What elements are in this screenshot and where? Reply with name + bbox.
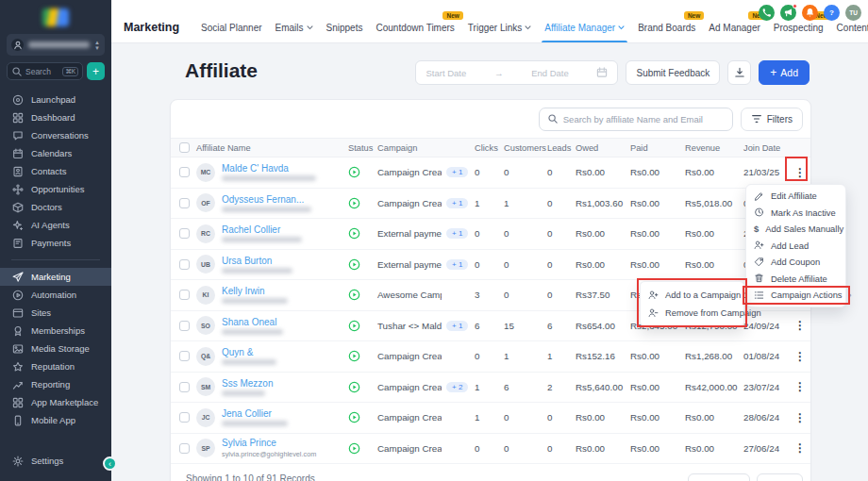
- sidebar-item-calendars[interactable]: Calendars: [0, 144, 111, 162]
- row-checkbox[interactable]: [179, 412, 190, 423]
- affiliate-name-link[interactable]: Ursa Burton: [222, 256, 292, 266]
- tab-prospecting[interactable]: ProspectingNew: [774, 23, 824, 42]
- date-range-picker[interactable]: Start Date → End Date: [415, 60, 618, 85]
- sidebar-item-opportunities[interactable]: Opportunities: [0, 180, 111, 198]
- row-checkbox[interactable]: [179, 228, 190, 239]
- menu-item-label: Add Sales Manually: [765, 224, 843, 234]
- quick-add-button[interactable]: +: [87, 62, 105, 80]
- affiliate-name-link[interactable]: Rachel Collier: [222, 224, 302, 235]
- tab-countdown-timers[interactable]: Countdown TimersNew: [376, 23, 454, 42]
- row-checkbox-cell: [171, 412, 196, 423]
- row-checkbox[interactable]: [179, 443, 190, 454]
- leads-cell: 0: [547, 228, 576, 239]
- customers-cell: 15: [504, 321, 547, 331]
- menu-item-mark-as-inactive[interactable]: Mark As Inactive: [746, 205, 845, 222]
- row-actions-button[interactable]: ⋮: [790, 318, 810, 333]
- sidebar-item-conversations[interactable]: Conversations: [0, 126, 111, 144]
- owed-cell: Rs0.00: [576, 412, 630, 423]
- row-actions-button[interactable]: ⋮: [790, 379, 810, 394]
- sidebar-item-payments[interactable]: Payments: [0, 234, 111, 252]
- row-actions-button[interactable]: ⋮: [790, 165, 810, 180]
- sidebar-item-settings[interactable]: Settings: [0, 452, 111, 470]
- sidebar-item-media-storage[interactable]: Media Storage: [0, 340, 111, 357]
- menu-item-campaign-actions[interactable]: Campaign Actions›: [746, 287, 845, 304]
- sidebar-item-memberships[interactable]: Memberships: [0, 322, 111, 340]
- menu-item-add-coupon[interactable]: Add Coupon: [746, 254, 845, 271]
- row-actions-button[interactable]: ⋮: [790, 349, 810, 364]
- tab-social-planner[interactable]: Social Planner: [201, 23, 261, 42]
- sidebar-divider: [11, 259, 100, 260]
- sidebar-item-automation[interactable]: Automation: [0, 286, 111, 304]
- row-checkbox[interactable]: [179, 259, 190, 270]
- affiliate-cell: SMSss Mezzon: [196, 377, 345, 396]
- affiliate-name-link[interactable]: Sylvia Prince: [222, 438, 316, 448]
- filters-button[interactable]: Filters: [741, 108, 803, 131]
- sidebar-search[interactable]: ⌘K: [7, 62, 83, 80]
- submenu-item-remove-from-campaign[interactable]: Remove from Campaign: [641, 304, 743, 322]
- row-checkbox[interactable]: [179, 198, 190, 208]
- user-avatar[interactable]: TU: [845, 5, 861, 21]
- submit-feedback-button[interactable]: Submit Feedback: [626, 60, 720, 85]
- row-checkbox[interactable]: [179, 290, 190, 300]
- tab-emails[interactable]: Emails: [275, 23, 313, 42]
- revenue-cell: Rs1,268.00: [685, 351, 743, 361]
- menu-item-delete-affiliate[interactable]: Delete Affiliate: [746, 271, 845, 288]
- sidebar-item-launchpad[interactable]: Launchpad: [0, 91, 111, 108]
- menu-item-add-sales-manually[interactable]: $Add Sales Manually: [746, 221, 845, 238]
- affiliate-name-link[interactable]: Odysseus Fernan...: [222, 194, 311, 205]
- affiliate-name-link[interactable]: Jena Collier: [222, 408, 288, 419]
- row-checkbox[interactable]: [179, 321, 190, 331]
- affiliate-name-link[interactable]: Malde C' Havda: [222, 163, 316, 174]
- menu-item-edit-affiliate[interactable]: Edit Affiliate: [746, 188, 845, 205]
- previous-page-button[interactable]: Previous: [688, 473, 751, 481]
- affiliate-name-link[interactable]: Quyn &: [222, 347, 276, 357]
- tab-label: Countdown Timers: [376, 23, 454, 33]
- sidebar-search-input[interactable]: [25, 67, 59, 76]
- megaphone-icon[interactable]: [780, 5, 796, 21]
- select-all-checkbox[interactable]: [179, 142, 190, 153]
- next-page-button[interactable]: Next: [757, 473, 803, 481]
- campaign-count-badge: + 1: [446, 198, 468, 208]
- row-checkbox[interactable]: [179, 351, 190, 361]
- affiliate-search-input[interactable]: [563, 114, 725, 124]
- add-affiliate-button[interactable]: +Add: [759, 60, 810, 85]
- sidebar-item-label: Payments: [31, 238, 71, 248]
- row-actions-button[interactable]: ⋮: [790, 410, 810, 425]
- row-checkbox[interactable]: [179, 382, 190, 392]
- tab-content-ai[interactable]: Content AI: [837, 23, 868, 42]
- column-header-affiliate-name: Affiliate Name: [196, 143, 345, 153]
- campaign-count-badge: + 2: [446, 382, 468, 392]
- sidebar-item-dashboard[interactable]: Dashboard: [0, 108, 111, 126]
- export-button[interactable]: [727, 60, 751, 85]
- sidebar-item-doctors[interactable]: Doctors: [0, 198, 111, 216]
- sidebar-item-reputation[interactable]: Reputation: [0, 357, 111, 375]
- affiliate-name-link[interactable]: Sss Mezzon: [222, 378, 273, 389]
- bell-icon[interactable]: [802, 5, 818, 21]
- account-switcher[interactable]: ▲▼: [7, 34, 105, 56]
- memberships-icon: [12, 325, 24, 337]
- sidebar-item-app-marketplace[interactable]: App Marketplace: [0, 393, 111, 411]
- menu-item-add-lead[interactable]: Add Lead: [746, 238, 845, 255]
- tab-ad-manager[interactable]: Ad ManagerNew: [709, 23, 760, 42]
- tab-affiliate-manager[interactable]: Affiliate Manager: [544, 23, 625, 42]
- sidebar-item-ai-agents[interactable]: AI Agents: [0, 216, 111, 234]
- sidebar-item-contacts[interactable]: Contacts: [0, 162, 111, 180]
- sidebar-item-sites[interactable]: Sites: [0, 304, 111, 322]
- tab-trigger-links[interactable]: Trigger Links: [468, 23, 531, 42]
- sidebar-item-reporting[interactable]: Reporting: [0, 375, 111, 393]
- sidebar-item-mobile-app[interactable]: Mobile App: [0, 411, 111, 429]
- affiliate-name-link[interactable]: Shana Oneal: [222, 317, 283, 327]
- sidebar-item-marketing[interactable]: Marketing: [0, 268, 111, 286]
- submenu-item-add-to-a-campaign[interactable]: Add to a Campaign: [641, 286, 743, 304]
- phone-icon[interactable]: [759, 5, 775, 21]
- help-icon[interactable]: ?: [824, 5, 840, 21]
- tab-snippets[interactable]: Snippets: [326, 23, 363, 42]
- affiliate-search[interactable]: [539, 108, 733, 131]
- campaign-name: Campaign Create: [377, 198, 442, 208]
- affiliate-name-link[interactable]: Kelly Irwin: [222, 286, 288, 296]
- tab-brand-boards[interactable]: Brand BoardsNew: [638, 23, 695, 42]
- row-actions-button[interactable]: ⋮: [790, 440, 810, 456]
- sidebar-collapse-button[interactable]: ‹: [103, 456, 117, 471]
- row-checkbox[interactable]: [179, 167, 190, 177]
- chevron-right-icon: ›: [849, 290, 852, 300]
